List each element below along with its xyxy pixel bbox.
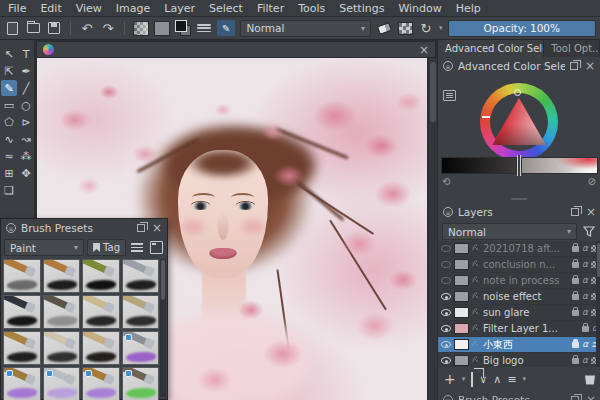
brush-preset[interactable] (122, 259, 160, 293)
docker-menu-icon[interactable]: ≡ (6, 223, 16, 233)
brush-editor-button[interactable]: ✎ (217, 19, 236, 37)
close-docker-button[interactable]: × (584, 206, 596, 218)
move-layer-up-button[interactable]: ∧ (493, 373, 501, 386)
chevron-down-icon[interactable]: ▾ (439, 24, 443, 32)
menu-item-edit[interactable]: Edit (40, 2, 61, 15)
preset-menu-button[interactable] (129, 240, 145, 255)
visibility-eye-icon[interactable] (441, 261, 451, 268)
menu-item-layer[interactable]: Layer (164, 2, 195, 15)
brush-preset[interactable] (43, 331, 81, 365)
visibility-eye-icon[interactable] (441, 309, 451, 316)
docker-tab[interactable]: Tool Opt... (544, 40, 600, 57)
docker-menu-icon[interactable]: ≡ (443, 61, 453, 71)
toolbar-opacity-slider[interactable]: Opacity: 100% (448, 20, 596, 37)
blending-mode-select[interactable]: Normal ▾ (240, 20, 371, 37)
tool-edit-shapes[interactable]: ⇱ (1, 63, 17, 79)
alpha-icon[interactable]: α (582, 244, 588, 253)
docker-resize-handle[interactable] (511, 198, 527, 200)
float-docker-icon[interactable] (571, 208, 579, 216)
menu-item-tools[interactable]: Tools (298, 2, 325, 15)
tool-multibrush[interactable]: ⁂ (18, 148, 34, 164)
canvas-vertical-scrollbar[interactable] (429, 58, 437, 400)
menu-item-view[interactable]: View (76, 2, 102, 15)
tool-select-shapes[interactable]: ↖ (1, 46, 17, 62)
menu-item-file[interactable]: File (8, 2, 26, 15)
lock-icon[interactable] (572, 294, 579, 300)
tool-polyline[interactable]: ⊳ (18, 114, 34, 130)
layer-row[interactable]: noise effectα (438, 289, 600, 305)
menu-item-image[interactable]: Image (116, 2, 150, 15)
tool-bezier-curve[interactable]: ∿ (1, 131, 17, 147)
reload-preset-button[interactable]: ↻ (418, 19, 434, 37)
undo-button[interactable]: ↶ (79, 19, 95, 37)
layer-row[interactable]: Filter Layer 1...α (438, 321, 600, 337)
lock-icon[interactable] (572, 342, 579, 348)
brush-preset[interactable] (82, 331, 120, 365)
close-docker-button[interactable]: × (150, 222, 162, 234)
layer-row[interactable]: 小東西α≣ (438, 337, 600, 353)
new-document-button[interactable] (4, 19, 20, 37)
add-layer-button[interactable]: + (444, 372, 456, 386)
brush-preset[interactable] (3, 259, 41, 293)
brush-preset[interactable] (122, 331, 160, 365)
tool-ellipse[interactable]: ○ (18, 97, 34, 113)
brush-preset[interactable] (3, 295, 41, 329)
layer-properties-button[interactable]: ≡ (507, 373, 516, 386)
layer-row[interactable]: note in processα (438, 273, 600, 289)
tool-move[interactable]: ✥ (18, 165, 34, 181)
brush-preset[interactable] (3, 367, 41, 400)
lock-icon[interactable] (572, 310, 579, 316)
tool-rectangle[interactable]: ▭ (1, 97, 17, 113)
tool-freehand-brush[interactable]: ✎ (1, 80, 17, 96)
color-selector-settings-button[interactable] (443, 90, 456, 101)
brush-preset[interactable] (82, 367, 120, 400)
layer-list-scrollbar[interactable] (596, 241, 600, 367)
brush-preset[interactable] (3, 331, 41, 365)
brush-preset[interactable] (43, 259, 81, 293)
menu-item-help[interactable]: Help (456, 2, 481, 15)
brush-presets-header[interactable]: ≡ Brush Presets × (1, 219, 167, 237)
tool-transform[interactable]: ⊞ (1, 165, 17, 181)
tool-line[interactable]: ╱ (18, 80, 34, 96)
layer-blending-mode-select[interactable]: Normal ▾ (442, 223, 577, 240)
redo-button[interactable]: ↷ (100, 19, 116, 37)
float-docker-icon[interactable] (571, 396, 579, 400)
layer-row[interactable]: Big logoα (438, 353, 600, 367)
visibility-eye-icon[interactable] (441, 293, 451, 300)
subwindow-close-button[interactable]: × (419, 44, 429, 56)
chevron-down-icon[interactable]: ▾ (462, 375, 466, 383)
clear-color-icon[interactable]: ⊘ (588, 176, 596, 190)
visibility-eye-icon[interactable] (441, 341, 451, 348)
docker-menu-icon[interactable]: ≡ (443, 207, 453, 217)
subwindow-titlebar[interactable]: × (36, 41, 436, 58)
visibility-eye-icon[interactable] (441, 245, 451, 252)
alpha-icon[interactable]: α (582, 292, 588, 301)
brush-preset[interactable] (43, 295, 81, 329)
tag-button[interactable]: Tag (87, 239, 126, 256)
menu-item-select[interactable]: Select (209, 2, 243, 15)
docker-menu-icon[interactable]: ≡ (443, 395, 453, 400)
lock-icon[interactable] (582, 326, 589, 332)
close-docker-button[interactable]: × (584, 394, 596, 400)
lock-icon[interactable] (572, 262, 579, 268)
float-docker-icon[interactable] (570, 62, 578, 70)
delete-layer-button[interactable] (585, 374, 595, 385)
docker-tab[interactable]: Advanced Color Sele... (438, 40, 544, 57)
tool-text[interactable]: T (18, 46, 34, 62)
preset-filter-select[interactable]: Paint ▾ (4, 239, 84, 256)
lock-icon[interactable] (572, 358, 579, 364)
visibility-eye-icon[interactable] (441, 277, 451, 284)
brush-preset[interactable] (43, 367, 81, 400)
tool-crop[interactable]: ❏ (1, 182, 17, 198)
fg-bg-color-button[interactable] (175, 19, 191, 37)
tool-calligraphy[interactable]: ✒ (18, 63, 34, 79)
layer-filter-button[interactable] (581, 224, 597, 239)
tool-freehand-path[interactable]: ↝ (18, 131, 34, 147)
visibility-eye-icon[interactable] (441, 325, 451, 332)
shade-selector-dark[interactable] (441, 157, 517, 174)
alpha-icon[interactable]: α (582, 340, 588, 349)
shade-selector-light[interactable] (521, 157, 598, 174)
brush-preset[interactable] (82, 259, 120, 293)
scrollbar-handle[interactable] (430, 62, 436, 122)
brush-preset[interactable] (82, 295, 120, 329)
